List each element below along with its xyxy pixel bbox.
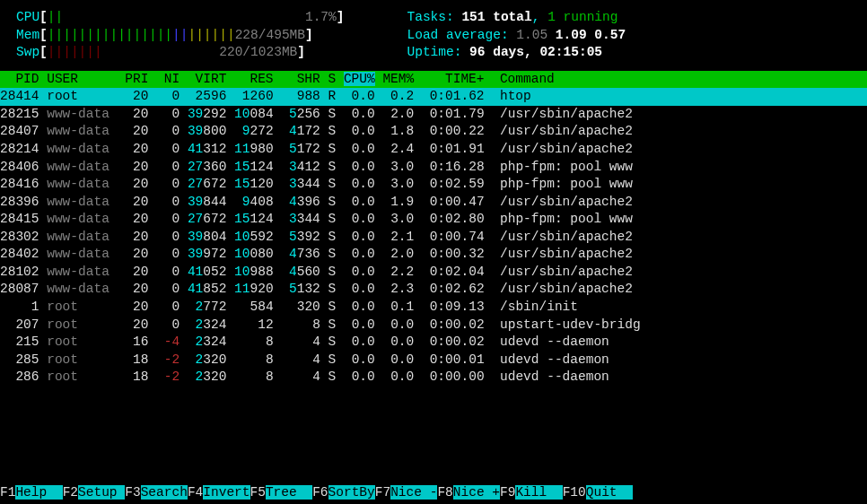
swp-meter: Swp[||||||| 220/1023MB] <box>16 44 344 62</box>
fkey-F7[interactable]: F7 <box>375 485 390 500</box>
fkey-F6[interactable]: F6 <box>312 485 328 500</box>
fkey-F2[interactable]: F2 <box>63 485 78 500</box>
process-row[interactable]: 28407 www-data 20 0 39800 9272 4172 S 0.… <box>0 123 867 141</box>
process-row[interactable]: 28102 www-data 20 0 41052 10988 4560 S 0… <box>0 264 867 282</box>
fkey-F10[interactable]: F10 <box>563 485 586 500</box>
process-row[interactable]: 28302 www-data 20 0 39804 10592 5392 S 0… <box>0 229 867 247</box>
header: CPU[|| 1.7%] Mem[|||||||||||||||||||||||… <box>0 9 867 71</box>
process-row[interactable]: 28406 www-data 20 0 27360 15124 3412 S 0… <box>0 159 867 177</box>
column-header[interactable]: PID USER PRI NI VIRT RES SHR S CPU% MEM%… <box>0 71 867 89</box>
fkey-F3[interactable]: F3 <box>125 485 140 500</box>
fkey-label-F3[interactable]: Search <box>141 485 188 500</box>
process-row[interactable]: 286 root 18 -2 2320 8 4 S 0.0 0.0 0:00.0… <box>0 369 867 387</box>
stats: Tasks: 151 total, 1 running Load average… <box>407 9 626 62</box>
uptime-stat: Uptime: 96 days, 02:15:05 <box>407 44 626 62</box>
load-stat: Load average: 1.05 1.09 0.57 <box>407 27 626 45</box>
fkey-label-F8[interactable]: Nice + <box>453 485 500 500</box>
fkey-label-F10[interactable]: Quit <box>586 485 633 500</box>
fkey-F8[interactable]: F8 <box>437 485 452 500</box>
cpu-meter: CPU[|| 1.7%] <box>16 9 344 27</box>
mem-meter: Mem[||||||||||||||||||||||||228/495MB] <box>16 27 344 45</box>
fkey-F1[interactable]: F1 <box>0 485 15 500</box>
fkey-F4[interactable]: F4 <box>188 485 203 500</box>
fkey-label-F1[interactable]: Help <box>15 485 62 500</box>
process-row[interactable]: 285 root 18 -2 2320 8 4 S 0.0 0.0 0:00.0… <box>0 352 867 369</box>
tasks-stat: Tasks: 151 total, 1 running <box>407 9 626 27</box>
process-row[interactable]: 28396 www-data 20 0 39844 9408 4396 S 0.… <box>0 194 867 212</box>
process-row[interactable]: 207 root 20 0 2324 12 8 S 0.0 0.0 0:00.0… <box>0 317 867 335</box>
process-row[interactable]: 28087 www-data 20 0 41852 11920 5132 S 0… <box>0 281 867 299</box>
process-row[interactable]: 215 root 16 -4 2324 8 4 S 0.0 0.0 0:00.0… <box>0 334 867 352</box>
meters: CPU[|| 1.7%] Mem[|||||||||||||||||||||||… <box>16 9 344 62</box>
process-row[interactable]: 28402 www-data 20 0 39972 10080 4736 S 0… <box>0 246 867 264</box>
process-row[interactable]: 28215 www-data 20 0 39292 10084 5256 S 0… <box>0 106 867 124</box>
fkey-F9[interactable]: F9 <box>500 485 515 500</box>
process-row[interactable]: 28414 root 20 0 2596 1260 988 R 0.0 0.2 … <box>0 88 867 106</box>
process-row[interactable]: 28415 www-data 20 0 27672 15124 3344 S 0… <box>0 211 867 229</box>
fkey-label-F9[interactable]: Kill <box>515 485 562 500</box>
fkey-F5[interactable]: F5 <box>250 485 266 500</box>
fkey-label-F2[interactable]: Setup <box>78 485 125 500</box>
process-table: PID USER PRI NI VIRT RES SHR S CPU% MEM%… <box>0 71 867 387</box>
process-row[interactable]: 28214 www-data 20 0 41312 11980 5172 S 0… <box>0 141 867 159</box>
fkey-label-F7[interactable]: Nice - <box>390 485 437 500</box>
fkey-label-F4[interactable]: Invert <box>203 485 250 500</box>
fkey-label-F6[interactable]: SortBy <box>328 485 375 500</box>
fkey-label-F5[interactable]: Tree <box>266 485 312 500</box>
process-row[interactable]: 1 root 20 0 2772 584 320 S 0.0 0.1 0:09.… <box>0 299 867 317</box>
function-keys: F1Help F2Setup F3SearchF4InvertF5Tree F6… <box>0 484 633 502</box>
process-row[interactable]: 28416 www-data 20 0 27672 15120 3344 S 0… <box>0 176 867 194</box>
